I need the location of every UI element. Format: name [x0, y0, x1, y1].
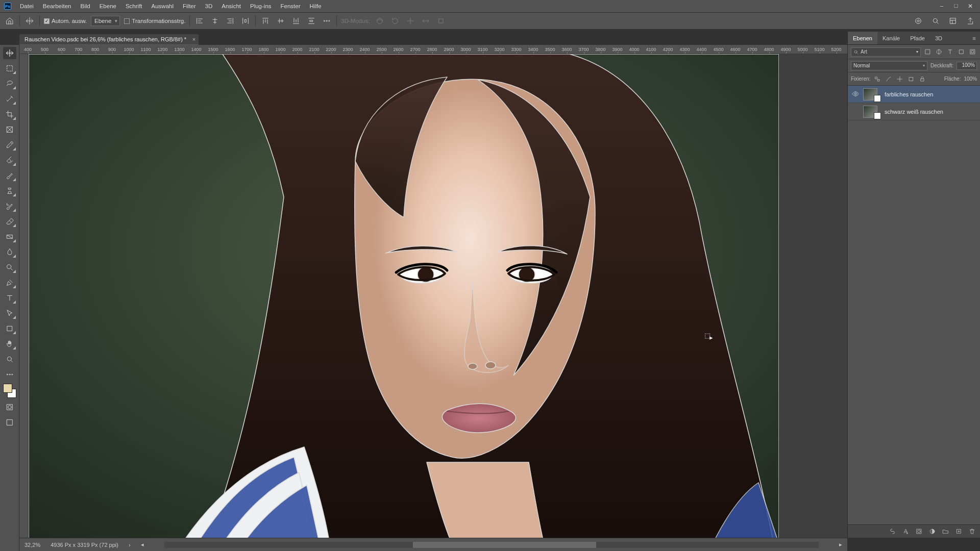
path-select-tool[interactable]: [3, 307, 16, 319]
menu-auswahl[interactable]: Auswahl: [147, 0, 178, 12]
opacity-input[interactable]: 100%: [957, 62, 977, 70]
clone-stamp-tool[interactable]: [3, 185, 16, 197]
window-maximize-button[interactable]: □: [952, 3, 960, 10]
cloud-docs-icon[interactable]: [913, 15, 924, 27]
color-swatches[interactable]: [3, 384, 16, 398]
lock-all-icon[interactable]: [918, 75, 926, 83]
group-layers-icon[interactable]: [941, 528, 949, 536]
more-options-icon[interactable]: [321, 15, 332, 27]
align-left-icon[interactable]: [194, 15, 205, 27]
menu-datei[interactable]: Datei: [15, 0, 38, 12]
distribute-h-icon[interactable]: [240, 15, 251, 27]
window-close-button[interactable]: ✕: [967, 3, 974, 10]
home-icon[interactable]: [4, 15, 15, 27]
menu-schrift[interactable]: Schrift: [121, 0, 147, 12]
scroll-left-icon[interactable]: ◂: [141, 541, 144, 548]
share-icon[interactable]: [965, 15, 976, 27]
scroll-right-icon[interactable]: ▸: [839, 541, 842, 548]
frame-tool[interactable]: [3, 123, 16, 136]
filter-shape-icon[interactable]: [957, 47, 966, 57]
fill-input[interactable]: 100%: [964, 76, 977, 82]
type-tool[interactable]: [3, 292, 16, 304]
layer-row[interactable]: schwarz weiß rauschen: [848, 103, 980, 120]
lock-transparency-icon[interactable]: [873, 75, 881, 83]
menu-bild[interactable]: Bild: [76, 0, 94, 12]
zoom-level[interactable]: 32,2%: [24, 542, 40, 548]
filter-adjust-icon[interactable]: [934, 47, 943, 57]
layer-thumbnail[interactable]: [863, 106, 877, 118]
shape-tool[interactable]: [3, 322, 16, 335]
history-brush-tool[interactable]: [3, 200, 16, 212]
edit-toolbar[interactable]: [3, 368, 16, 381]
lock-image-icon[interactable]: [885, 75, 893, 83]
blend-mode-dropdown[interactable]: Normal: [851, 61, 927, 70]
info-chevron-icon[interactable]: ›: [129, 542, 131, 548]
tab-3d[interactable]: 3D: [930, 32, 947, 44]
layer-name[interactable]: schwarz weiß rauschen: [885, 109, 943, 115]
menu-ebene[interactable]: Ebene: [95, 0, 121, 12]
layer-mask-icon[interactable]: [915, 528, 923, 536]
layer-name[interactable]: farbliches rauschen: [885, 91, 933, 97]
layer-visibility-icon[interactable]: [851, 90, 860, 98]
align-top-icon[interactable]: [260, 15, 271, 27]
menu-plugins[interactable]: Plug-ins: [246, 0, 276, 12]
layer-thumbnail[interactable]: [863, 88, 877, 101]
eyedropper-tool[interactable]: [3, 139, 16, 151]
screen-mode-icon[interactable]: [3, 416, 16, 429]
lasso-tool[interactable]: [3, 78, 16, 90]
filter-type-icon[interactable]: [945, 47, 954, 57]
filter-smart-icon[interactable]: [968, 47, 977, 57]
transform-controls-checkbox[interactable]: Transformationsstrg.: [124, 18, 185, 24]
gradient-tool[interactable]: [3, 231, 16, 243]
new-layer-icon[interactable]: [954, 528, 963, 536]
menu-bearbeiten[interactable]: Bearbeiten: [38, 0, 76, 12]
tab-pfade[interactable]: Pfade: [905, 32, 930, 44]
close-tab-icon[interactable]: ×: [192, 36, 195, 42]
align-bottom-icon[interactable]: [290, 15, 302, 27]
tab-kanaele[interactable]: Kanäle: [877, 32, 905, 44]
marquee-tool[interactable]: [3, 62, 16, 74]
menu-hilfe[interactable]: Hilfe: [305, 0, 326, 12]
hand-tool[interactable]: [3, 338, 16, 350]
magic-wand-tool[interactable]: [3, 93, 16, 105]
layer-style-icon[interactable]: [901, 528, 910, 536]
zoom-tool[interactable]: [3, 353, 16, 365]
document-info[interactable]: 4936 Px x 3319 Px (72 ppi): [51, 542, 118, 548]
align-hcenter-icon[interactable]: [209, 15, 220, 27]
panel-menu-icon[interactable]: ≡: [968, 32, 980, 44]
tab-ebenen[interactable]: Ebenen: [848, 32, 877, 44]
filter-pixel-icon[interactable]: [923, 47, 932, 57]
auto-select-target-dropdown[interactable]: Ebene: [91, 16, 120, 26]
menu-ansicht[interactable]: Ansicht: [217, 0, 246, 12]
auto-select-checkbox[interactable]: ✓ Autom. ausw.: [44, 18, 87, 24]
lock-artboard-icon[interactable]: [907, 75, 915, 83]
brush-tool[interactable]: [3, 169, 16, 182]
quick-mask-icon[interactable]: [3, 401, 16, 413]
menu-fenster[interactable]: Fenster: [276, 0, 305, 12]
crop-tool[interactable]: [3, 108, 16, 120]
layer-row[interactable]: farbliches rauschen: [848, 86, 980, 103]
menu-3d[interactable]: 3D: [201, 0, 217, 12]
canvas-area[interactable]: [29, 54, 847, 538]
move-tool[interactable]: [3, 47, 16, 59]
delete-layer-icon[interactable]: [968, 528, 976, 536]
healing-brush-tool[interactable]: [3, 154, 16, 166]
dodge-tool[interactable]: [3, 261, 16, 273]
adjustment-layer-icon[interactable]: [928, 528, 936, 536]
align-right-icon[interactable]: [225, 15, 236, 27]
lock-position-icon[interactable]: [896, 75, 904, 83]
link-layers-icon[interactable]: [888, 528, 896, 536]
blur-tool[interactable]: [3, 246, 16, 258]
menu-filter[interactable]: Filter: [178, 0, 201, 12]
align-vcenter-icon[interactable]: [275, 15, 286, 27]
search-icon[interactable]: [930, 15, 941, 27]
eraser-tool[interactable]: [3, 215, 16, 228]
pen-tool[interactable]: [3, 277, 16, 289]
workspace-icon[interactable]: [947, 15, 959, 27]
distribute-v-icon[interactable]: [306, 15, 317, 27]
horizontal-scrollbar[interactable]: [164, 542, 819, 548]
foreground-color-swatch[interactable]: [3, 384, 12, 393]
window-minimize-button[interactable]: –: [938, 3, 945, 10]
document-tab[interactable]: Rauschen Video.psdc bei 26,6% (farbliche…: [19, 34, 199, 45]
layer-filter-dropdown[interactable]: Art▾: [851, 47, 921, 57]
